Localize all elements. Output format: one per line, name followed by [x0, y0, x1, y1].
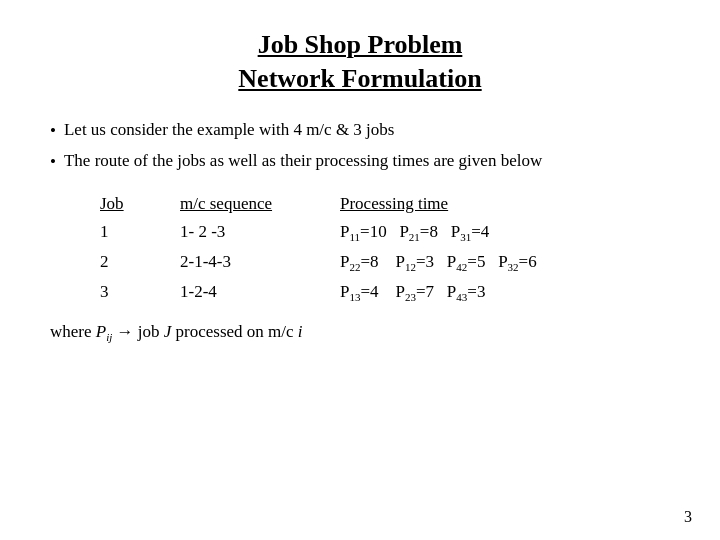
bullet-text-1: Let us consider the example with 4 m/c &…: [64, 118, 680, 143]
col-header-job: Job: [100, 191, 180, 217]
bullet-dot-1: •: [50, 119, 56, 144]
table-row: 2: [100, 249, 180, 276]
bullet-item-1: • Let us consider the example with 4 m/c…: [50, 118, 680, 144]
table-row: 3: [100, 279, 180, 306]
bullets-section: • Let us consider the example with 4 m/c…: [50, 118, 680, 175]
table-area: Job m/c sequence Processing time 1 1- 2 …: [100, 191, 680, 306]
page-number: 3: [684, 508, 692, 526]
title-line2: Network Formulation: [40, 62, 680, 96]
footer-text: where Pij → job J processed on m/c i: [50, 322, 680, 343]
footer-i: i: [298, 322, 303, 341]
table-row: P22=8 P12=3 P42=5 P32=6: [340, 249, 690, 276]
table-row: 2-1-4-3: [180, 249, 340, 276]
col-header-sequence: m/c sequence: [180, 191, 340, 217]
table-row: 1-2-4: [180, 279, 340, 306]
table-row: 1- 2 -3: [180, 219, 340, 246]
table-row: P13=4 P23=7 P43=3: [340, 279, 690, 306]
table-grid: Job m/c sequence Processing time 1 1- 2 …: [100, 191, 680, 306]
bullet-item-2: • The route of the jobs as well as their…: [50, 149, 680, 175]
page-container: Job Shop Problem Network Formulation • L…: [0, 0, 720, 540]
col-header-processing: Processing time: [340, 191, 690, 217]
footer-pij: Pij: [96, 322, 113, 341]
title-line1: Job Shop Problem: [40, 28, 680, 62]
bullet-dot-2: •: [50, 150, 56, 175]
title-block: Job Shop Problem Network Formulation: [40, 28, 680, 96]
table-row: P11=10 P21=8 P31=4: [340, 219, 690, 246]
bullet-text-2: The route of the jobs as well as their p…: [64, 149, 680, 174]
table-row: 1: [100, 219, 180, 246]
footer-j: J: [164, 322, 172, 341]
